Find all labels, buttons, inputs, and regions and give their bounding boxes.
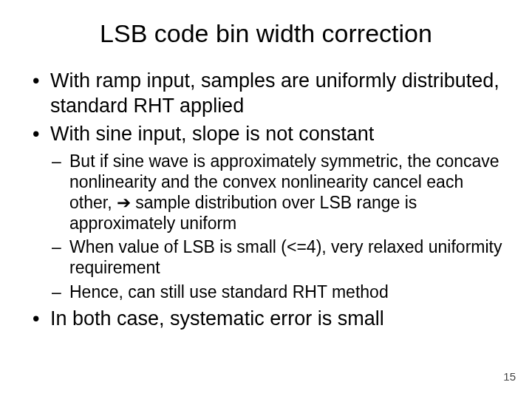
bullet-item: In both case, systematic error is small — [30, 307, 502, 332]
sub-bullet-text: When value of LSB is small (<=4), very r… — [69, 237, 502, 277]
slide-title: LSB code bin width correction — [30, 19, 502, 48]
bullet-text: In both case, systematic error is small — [50, 307, 384, 330]
bullet-text: With ramp input, samples are uniformly d… — [50, 69, 499, 117]
bullet-item: With ramp input, samples are uniformly d… — [30, 69, 502, 119]
sub-bullet-text: But if sine wave is approximately symmet… — [69, 151, 499, 233]
slide: LSB code bin width correction With ramp … — [0, 0, 532, 399]
bullet-item: With sine input, slope is not constant B… — [30, 122, 502, 302]
sub-bullet-item: Hence, can still use standard RHT method — [50, 282, 502, 302]
bullet-text: With sine input, slope is not constant — [50, 123, 374, 145]
sub-bullet-item: When value of LSB is small (<=4), very r… — [50, 236, 502, 278]
sub-bullet-item: But if sine wave is approximately symmet… — [50, 151, 502, 233]
bullet-list: With ramp input, samples are uniformly d… — [30, 69, 502, 331]
sub-bullet-text: Hence, can still use standard RHT method — [69, 282, 389, 301]
page-number: 15 — [503, 370, 516, 383]
sub-bullet-list: But if sine wave is approximately symmet… — [50, 151, 502, 301]
